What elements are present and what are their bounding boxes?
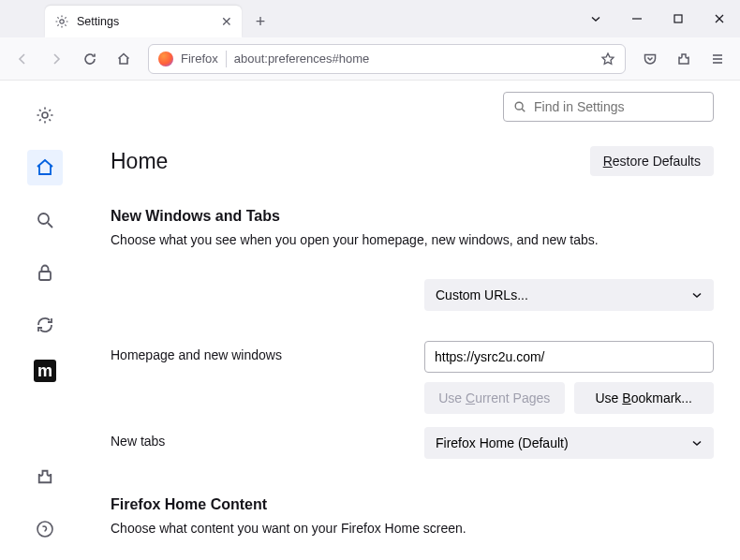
homepage-mode-select[interactable]: Custom URLs...: [424, 279, 714, 311]
bookmark-star-icon[interactable]: [600, 52, 615, 66]
newtabs-label: New tabs: [111, 427, 424, 449]
url-identity: Firefox: [181, 52, 218, 66]
chevron-down-icon: [691, 437, 703, 449]
restore-defaults-button[interactable]: Restore Defaults: [590, 146, 714, 176]
nav-toolbar: Firefox about:preferences#home: [0, 37, 740, 81]
home-button[interactable]: [109, 44, 139, 74]
new-tab-button[interactable]: +: [247, 8, 274, 35]
sidebar-item-help[interactable]: [27, 511, 63, 547]
section-heading: New Windows and Tabs: [111, 208, 714, 225]
select-value: Firefox Home (Default): [436, 435, 569, 450]
maximize-button[interactable]: [658, 0, 699, 37]
app-menu-button[interactable]: [703, 44, 733, 74]
sidebar-item-extensions[interactable]: [27, 459, 63, 494]
forward-button[interactable]: [41, 44, 71, 74]
search-icon: [513, 100, 526, 113]
gear-icon: [54, 14, 69, 29]
settings-sidebar: m: [0, 81, 90, 560]
back-button[interactable]: [7, 44, 37, 74]
reload-button[interactable]: [75, 44, 105, 74]
content-area: m Find in Settings Home Restore Defaults…: [0, 81, 740, 560]
select-value: Custom URLs...: [436, 287, 528, 302]
section-heading: Firefox Home Content: [111, 496, 714, 513]
page-title: Home: [111, 149, 168, 174]
sidebar-item-home[interactable]: [27, 150, 63, 185]
svg-point-8: [42, 112, 48, 118]
svg-line-10: [48, 223, 52, 228]
svg-point-9: [38, 214, 49, 224]
minimize-button[interactable]: [616, 0, 658, 37]
svg-point-0: [60, 20, 64, 23]
sidebar-item-sync[interactable]: [27, 307, 63, 343]
url-text: about:preferences#home: [234, 52, 593, 66]
homepage-label: [111, 279, 424, 286]
homepage-url-input[interactable]: [424, 341, 714, 373]
pocket-button[interactable]: [635, 44, 665, 74]
svg-point-13: [515, 102, 523, 110]
sidebar-item-privacy[interactable]: [27, 255, 63, 290]
url-bar[interactable]: Firefox about:preferences#home: [148, 44, 626, 74]
section-desc: Choose what content you want on your Fir…: [111, 521, 714, 536]
homepage-label: Homepage and new windows: [111, 341, 424, 362]
svg-rect-2: [674, 15, 682, 22]
sidebar-item-more[interactable]: m: [34, 360, 56, 382]
chevron-down-icon: [691, 289, 703, 301]
firefox-icon: [158, 52, 173, 66]
tabs-dropdown-button[interactable]: [575, 0, 616, 37]
extensions-button[interactable]: [669, 44, 699, 74]
sidebar-item-search[interactable]: [27, 202, 63, 238]
browser-tab[interactable]: Settings ✕: [45, 6, 242, 37]
titlebar: Settings ✕ +: [0, 0, 740, 37]
settings-main: Find in Settings Home Restore Defaults N…: [90, 81, 740, 560]
newtabs-select[interactable]: Firefox Home (Default): [424, 427, 714, 459]
use-bookmark-button[interactable]: Use Bookmark...: [574, 382, 715, 414]
use-current-pages-button[interactable]: Use Current Pages: [424, 382, 565, 414]
svg-rect-11: [39, 272, 51, 280]
tab-title: Settings: [77, 15, 214, 28]
close-window-button[interactable]: [699, 0, 740, 37]
svg-line-14: [522, 109, 525, 111]
section-desc: Choose what you see when you open your h…: [111, 232, 714, 247]
search-placeholder: Find in Settings: [534, 99, 625, 114]
close-tab-icon[interactable]: ✕: [221, 14, 232, 29]
sidebar-item-general[interactable]: [27, 97, 63, 133]
find-in-settings-input[interactable]: Find in Settings: [503, 92, 714, 122]
